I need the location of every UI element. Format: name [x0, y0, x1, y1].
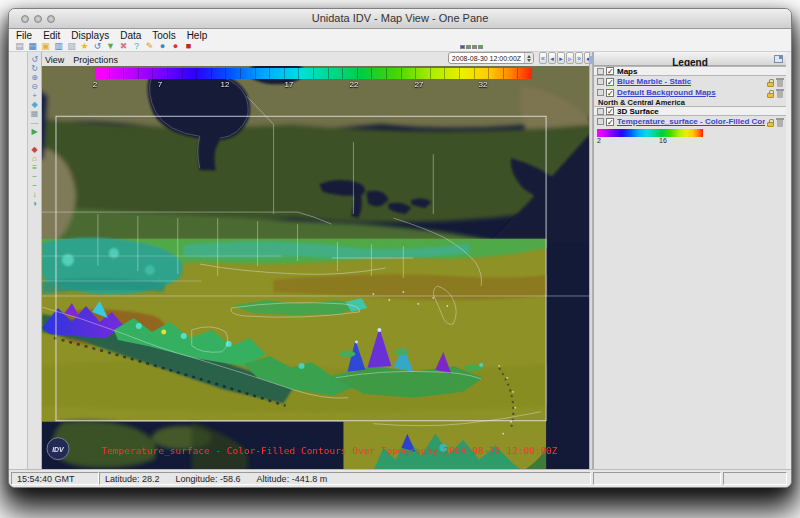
- copy-display-icon[interactable]: ▧: [66, 42, 77, 51]
- colorbar-label: 22: [350, 80, 359, 89]
- animation-controls: « ◂ ▸ ▹ » ●: [539, 52, 592, 64]
- collapse-item-icon[interactable]: [597, 78, 604, 85]
- time-stepper[interactable]: [524, 53, 533, 63]
- zoom-in-icon[interactable]: ⊕: [29, 73, 41, 82]
- zoom-out-icon[interactable]: ⊖: [29, 82, 41, 91]
- view-toolbar: ↺ ↻ ⊕ ⊖ + ◆ ▦ — ▶ ◆ ⌂ ≡ − − ↓ ◑: [27, 52, 42, 469]
- favorites-icon[interactable]: ★: [79, 42, 90, 51]
- menu-displays[interactable]: Displays: [71, 30, 109, 41]
- collapse-group-icon[interactable]: [597, 108, 604, 115]
- vertical-scale-icon[interactable]: ≡: [29, 163, 41, 172]
- remove-display-icon[interactable]: [777, 80, 783, 87]
- time-value: 2008-08-30 12:00:00Z: [449, 55, 524, 62]
- time-box[interactable]: [466, 45, 471, 49]
- stop-loads-icon[interactable]: ■: [183, 42, 194, 51]
- show-dashboard-icon[interactable]: ▤: [14, 42, 25, 51]
- map-canvas[interactable]: IDV Temperature_surface - Color-Filled C…: [42, 66, 589, 471]
- clock-text: 15:54:40 GMT: [17, 474, 75, 484]
- menu-help[interactable]: Help: [187, 30, 208, 41]
- legend-colorbar[interactable]: [597, 129, 703, 137]
- open-file-icon[interactable]: ▣: [40, 42, 51, 51]
- open-bundle-icon[interactable]: ▦: [27, 42, 38, 51]
- lock-icon[interactable]: [767, 93, 774, 98]
- colorbar-label: 2: [93, 80, 97, 89]
- pan-icon[interactable]: +: [29, 91, 41, 100]
- ruler-v-icon[interactable]: −: [29, 181, 41, 190]
- play-button[interactable]: ▸: [557, 52, 565, 64]
- colorbar-label: 12: [221, 80, 230, 89]
- menu-file[interactable]: File: [16, 30, 32, 41]
- cursor-readout: Latitude: 28.2 Longitude: -58.6 Altitude…: [99, 472, 591, 485]
- globe-icon[interactable]: ●: [157, 42, 168, 51]
- main-toolbar: ▤ ▦ ▣ ▥ ▧ ★ ↺ ▼ ✖ ? ✎ ● ● ■: [9, 41, 791, 52]
- colorbar-label: 32: [479, 80, 488, 89]
- go-to-end-button[interactable]: »: [575, 52, 583, 64]
- go-to-start-button[interactable]: «: [539, 52, 547, 64]
- ruler-h-icon[interactable]: −: [29, 172, 41, 181]
- record-image-icon[interactable]: ●: [170, 42, 181, 51]
- collapse-item-icon[interactable]: [597, 118, 604, 125]
- animation-time-boxes[interactable]: [460, 45, 483, 49]
- colorbar-ticks: [95, 68, 532, 79]
- memory-area: [723, 472, 787, 485]
- menu-data[interactable]: Data: [120, 30, 141, 41]
- remove-displays-icon[interactable]: ✖: [118, 42, 129, 51]
- remove-display-icon[interactable]: [777, 91, 783, 98]
- lock-icon[interactable]: [767, 122, 774, 127]
- latitude-readout: Latitude: 28.2: [105, 474, 160, 484]
- map-set-label: North & Central America: [594, 98, 786, 106]
- legend-panel: Legend ✓ Maps ✓ Blue Marble - Static ✓ D…: [593, 52, 786, 469]
- colorbar-labels: 2 7 12 17 22 27 32: [95, 80, 532, 90]
- collapse-group-icon[interactable]: [597, 68, 604, 75]
- lock-icon[interactable]: [767, 82, 774, 87]
- map-menus: View Projections: [45, 55, 118, 65]
- menu-tools[interactable]: Tools: [152, 30, 175, 41]
- app-window: Unidata IDV - Map View - One Pane File E…: [8, 8, 792, 488]
- divider-icon: —: [29, 118, 41, 127]
- step-forward-button[interactable]: ▹: [566, 52, 574, 64]
- longitude-readout: Longitude: -58.6: [176, 474, 241, 484]
- message-area: [593, 472, 721, 485]
- globe-small-icon[interactable]: ◑: [29, 199, 41, 208]
- time-select[interactable]: 2008-08-30 12:00:00Z: [448, 52, 534, 64]
- default-maps-link[interactable]: Default Background Maps: [617, 88, 716, 97]
- perspective-icon[interactable]: ◆: [29, 100, 41, 109]
- home-view-icon[interactable]: ⌂: [29, 154, 41, 163]
- step-back-button[interactable]: ◂: [548, 52, 556, 64]
- surface-group-visibility-checkbox[interactable]: ✓: [606, 107, 614, 115]
- colorbar-label: 7: [158, 80, 162, 89]
- temperature-surface-link[interactable]: Temperature_surface - Color-Filled Conto…: [617, 117, 765, 126]
- undock-legend-icon[interactable]: [774, 55, 783, 63]
- help-tips-icon[interactable]: ?: [131, 42, 142, 51]
- collapse-item-icon[interactable]: [597, 89, 604, 96]
- rotate-left-icon[interactable]: ↺: [29, 55, 41, 64]
- import-data-icon[interactable]: ▼: [105, 42, 116, 51]
- blue-marble-link[interactable]: Blue Marble - Static: [617, 77, 691, 86]
- reload-icon[interactable]: ↺: [92, 42, 103, 51]
- play-view-icon[interactable]: ▶: [29, 127, 41, 136]
- time-box[interactable]: [460, 45, 465, 49]
- window-title: Unidata IDV - Map View - One Pane: [9, 12, 791, 24]
- menu-bar: File Edit Displays Data Tools Help: [9, 29, 791, 41]
- legend-group-label: Maps: [617, 67, 637, 76]
- maps-visibility-checkbox[interactable]: ✓: [606, 67, 614, 75]
- settings-grid-icon[interactable]: ▦: [29, 109, 41, 118]
- legend-item-blue-marble: ✓ Blue Marble - Static: [594, 76, 786, 87]
- rotate-right-icon[interactable]: ↻: [29, 64, 41, 73]
- time-box[interactable]: [478, 45, 483, 49]
- legend-group-label: 3D Surface: [617, 107, 659, 116]
- blue-marble-visibility-checkbox[interactable]: ✓: [606, 78, 614, 86]
- time-box[interactable]: [472, 45, 477, 49]
- temperature-visibility-checkbox[interactable]: ✓: [606, 118, 614, 126]
- drawing-icon[interactable]: ✎: [144, 42, 155, 51]
- menu-edit[interactable]: Edit: [43, 30, 60, 41]
- remove-display-icon[interactable]: [777, 120, 783, 127]
- altitude-readout: Altitude: -441.8 m: [257, 474, 328, 484]
- down-arrow-icon[interactable]: ↓: [29, 190, 41, 199]
- save-bundle-icon[interactable]: ▥: [53, 42, 64, 51]
- default-maps-visibility-checkbox[interactable]: ✓: [606, 89, 614, 97]
- legend-group-maps: ✓ Maps: [594, 66, 786, 76]
- tab-projections[interactable]: Projections: [73, 55, 118, 65]
- color-swatch-icon[interactable]: ◆: [29, 145, 41, 154]
- tab-view[interactable]: View: [45, 55, 64, 65]
